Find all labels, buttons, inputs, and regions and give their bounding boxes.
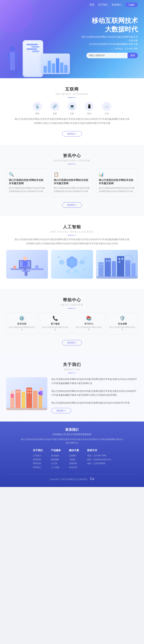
help-item-0: ⚙️ 技术支持 我心打造面向的技术网站专业技术 <box>6 313 37 334</box>
help-section: 帮助中心 HELP CENTER ⚙️ 技术支持 我心打造面向的技术网站专业技术… <box>0 289 144 354</box>
help-item-2: 📚 学习中心 我心打造面向的技术网站专业技术 <box>73 313 104 334</box>
info-more-btn[interactable]: MORE>> <box>62 202 82 208</box>
svg-point-64 <box>40 387 43 390</box>
svg-rect-65 <box>40 391 42 395</box>
icon-label-0: 网络 <box>36 112 40 115</box>
ai-title-en: ARTIFICIAL INTELLIGENCE <box>6 230 138 233</box>
svg-point-0 <box>10 46 15 52</box>
icon-circle-1: 🔗 <box>50 102 59 111</box>
ai-section: 人工智能 ARTIFICIAL INTELLIGENCE 我心打造面向的技术网站… <box>0 216 144 289</box>
info-center-section: 资讯中心 INFORMATION CENTER 🔍 我心打造面向的技术网站专业技… <box>0 145 144 216</box>
ai-card-3 <box>96 250 138 279</box>
footer-top: 联系我们 科海遨远公司-我心打造精选优质素材库 我心打造面向的技术网站/专业技术… <box>6 428 138 444</box>
svg-rect-4 <box>10 62 12 70</box>
icon-label-3: 移动 <box>87 112 91 115</box>
login-button[interactable]: Login <box>125 2 138 7</box>
info-title: 资讯中心 <box>6 153 138 158</box>
search-button[interactable]: 搜索 <box>128 53 138 58</box>
footer-link-2-3[interactable]: 移动应用 <box>69 466 79 469</box>
internet-more-btn[interactable]: MORE>> <box>62 131 82 136</box>
svg-rect-39 <box>106 260 107 262</box>
footer-link-1-0[interactable]: 技术服务 <box>51 454 61 457</box>
svg-rect-66 <box>38 392 40 394</box>
svg-line-26 <box>74 268 75 270</box>
footer-link-3-1[interactable]: 邮箱：info@example.com <box>87 458 111 461</box>
search-input[interactable] <box>86 53 128 58</box>
footer-link-1-3[interactable]: 人工智能 <box>51 466 61 469</box>
nav-home[interactable]: 首页 <box>90 3 94 6</box>
footer-link-0-2[interactable]: 荣誉资质 <box>33 462 43 465</box>
footer-link-1-2[interactable]: 云计算 <box>51 462 61 465</box>
help-item-title-2: 学习中心 <box>75 322 102 326</box>
svg-point-22 <box>70 272 74 275</box>
svg-point-18 <box>59 260 64 265</box>
navbar: 首页 关于我们 联系我们 Login <box>0 0 144 10</box>
help-item-title-0: 技术支持 <box>8 322 36 326</box>
nav-about[interactable]: 关于我们 <box>98 3 108 6</box>
svg-rect-62 <box>30 392 31 394</box>
footer-link-2-0[interactable]: 互联网+ <box>69 454 79 457</box>
footer-col-title-1: 产品服务 <box>51 449 61 452</box>
info-card-2: 📊 我心打造面向的技术网站专业技术专题互联网 我心打造面向的技术网站/专业技术专… <box>96 168 138 197</box>
footer-link-0-3[interactable]: 联系我们 <box>33 466 43 469</box>
footer-link-2-1[interactable]: 大数据 <box>69 458 79 461</box>
about-divider <box>68 373 76 373</box>
svg-rect-30 <box>98 262 104 276</box>
svg-rect-52 <box>26 388 32 408</box>
phone-illustration <box>23 40 43 77</box>
nav-links: 首页 关于我们 联系我们 Login <box>90 2 138 7</box>
svg-rect-41 <box>118 258 120 260</box>
info-card-text-0: 我心打造面向的技术网站/专业技术专题/互联网专题允许你以100倍的平行学者 <box>9 186 45 193</box>
footer-link-0-1[interactable]: 发展历程 <box>33 458 43 461</box>
icon-label-1: 连接 <box>53 112 57 115</box>
about-p1: 我心打造面向的技术网站/专业技术专题/互联网专题/艺术学徒专题/允许你以100倍… <box>52 377 138 386</box>
help-title: 帮助中心 <box>6 297 138 303</box>
help-icon-0: ⚙️ <box>8 316 36 321</box>
footer-link-3-2[interactable]: 地址：北京市朝阳区 <box>87 462 111 465</box>
about-p3: 我心打造面向的技术网站/专业技术专题/互联网专题/允许你以100倍的平行学者 <box>52 401 138 405</box>
svg-rect-35 <box>131 263 135 276</box>
svg-rect-48 <box>96 276 138 279</box>
info-card-title-2: 我心打造面向的技术网站专业技术专题互联网 <box>99 178 135 186</box>
footer-co: Co <box>90 477 94 481</box>
info-card-1: 📋 我心打造面向的技术网站专业技术专题互联网 我心打造面向的技术网站/专业技术专… <box>51 168 93 197</box>
ai-card-2 <box>51 250 93 279</box>
footer-link-0-0[interactable]: 公司简介 <box>33 454 43 457</box>
hero-section: 首页 关于我们 联系我们 Login <box>0 0 144 78</box>
svg-rect-9 <box>24 268 26 270</box>
svg-rect-15 <box>23 261 28 266</box>
footer: 联系我们 科海遨远公司-我心打造精选优质素材库 我心打造面向的技术网站/专业技术… <box>0 422 144 487</box>
info-card-text-2: 我心打造面向的技术网站/专业技术专题/互联网专题允许你以100倍的平行学者 <box>99 186 135 193</box>
help-more-btn[interactable]: MORE>> <box>62 340 82 345</box>
ai-card-1 <box>6 250 48 279</box>
internet-section: 互联网 NETWORK UPGRADE 📡 网络 🔗 连接 💻 设备 📱 移动 … <box>0 78 144 145</box>
about-more-btn[interactable]: MORE>> <box>52 408 71 413</box>
svg-rect-68 <box>11 394 14 398</box>
footer-link-1-1[interactable]: 数据服务 <box>51 458 61 461</box>
help-grid: ⚙️ 技术支持 我心打造面向的技术网站专业技术 📞 客户服务 我心打造面向的技术… <box>6 313 138 334</box>
footer-link-3-0[interactable]: 电话：123-456-7890 <box>87 454 111 457</box>
svg-rect-1 <box>10 52 15 62</box>
person-illustration <box>6 45 20 76</box>
svg-rect-58 <box>18 391 20 392</box>
nav-contact[interactable]: 联系我们 <box>112 3 122 6</box>
footer-link-2-2[interactable]: 智慧城市 <box>69 462 79 465</box>
footer-bottom: Copyright © 2023 科海遨远公司 版权所有 Co <box>6 474 138 481</box>
internet-divider <box>68 97 76 98</box>
help-icon-2: 📚 <box>75 316 102 321</box>
svg-rect-61 <box>27 392 29 394</box>
info-card-icon-2: 📊 <box>99 172 135 177</box>
footer-brand: 联系我们 <box>6 428 138 432</box>
svg-rect-36 <box>99 264 100 265</box>
svg-rect-28 <box>84 257 86 259</box>
help-title-en: HELP CENTER <box>6 304 138 306</box>
svg-rect-63 <box>6 408 47 410</box>
svg-rect-51 <box>22 392 25 408</box>
help-item-sub-0: 我心打造面向的技术网站专业技术 <box>8 326 36 331</box>
ai-divider <box>68 235 76 236</box>
svg-rect-38 <box>99 266 100 268</box>
about-title: 关于我们 <box>6 362 138 368</box>
internet-desc: 我心打造面向的技术网站/专业技术专题/互联网专题/艺术学徒专题/允许你以100倍… <box>14 117 130 125</box>
icon-label-2: 设备 <box>70 112 74 115</box>
info-card-0: 🔍 我心打造面向的技术网站专业技术专题互联网 我心打造面向的技术网站/专业技术专… <box>6 168 48 197</box>
